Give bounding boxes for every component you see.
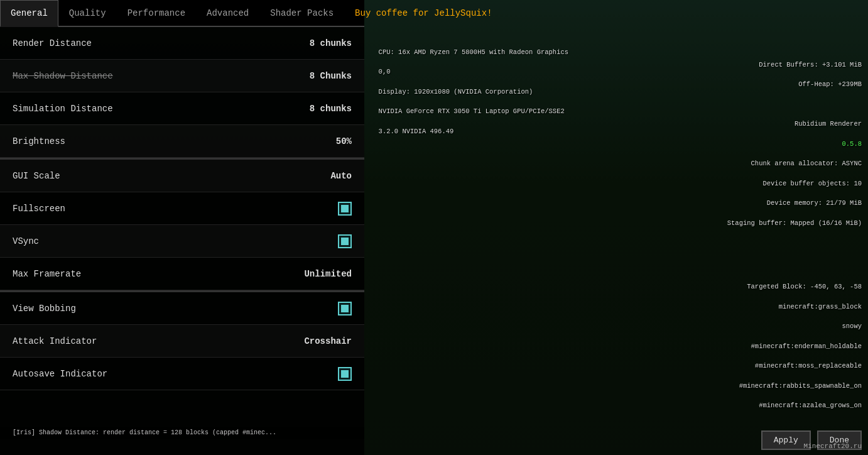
setting-label-max-shadow-distance: Max Shadow Distance xyxy=(13,71,113,81)
setting-label-render-distance: Render Distance xyxy=(13,38,92,48)
setting-label-brightness: Brightness xyxy=(13,136,65,146)
settings-panel: General Quality Performance Advanced Sha… xyxy=(0,0,364,455)
setting-label-view-bobbing: View Bobbing xyxy=(13,304,76,314)
debug-info-right: Direct Buffers: +3.101 MiB Off-Heap: +23… xyxy=(719,50,862,229)
checkbox-view-bobbing[interactable] xyxy=(338,302,352,315)
setting-value-max-shadow-distance: 8 Chunks xyxy=(310,71,352,81)
debug-info-left: CPU: 16x AMD Ryzen 7 5800H5 with Radeon … xyxy=(371,38,568,137)
checkbox-vsync[interactable] xyxy=(338,234,352,248)
tabs-bar: General Quality Performance Advanced Sha… xyxy=(0,0,364,27)
setting-row-max-shadow-distance[interactable]: Max Shadow Distance 8 Chunks xyxy=(0,60,364,92)
tab-coffee[interactable]: Buy coffee for JellySquix! xyxy=(344,0,502,26)
setting-row-view-bobbing[interactable]: View Bobbing xyxy=(0,292,364,325)
debug-info-bottom-right: Targeted Block: -450, 63, -58 minecraft:… xyxy=(731,273,862,412)
setting-label-autosave-indicator: Autosave Indicator xyxy=(13,369,107,379)
checkbox-autosave-indicator[interactable] xyxy=(338,367,352,381)
tab-general[interactable]: General xyxy=(0,0,58,27)
setting-row-simulation-distance[interactable]: Simulation Distance 8 chunks xyxy=(0,92,364,125)
setting-label-fullscreen: Fullscreen xyxy=(13,204,65,214)
setting-label-max-framerate: Max Framerate xyxy=(13,269,81,279)
setting-label-gui-scale: GUI Scale xyxy=(13,171,60,181)
setting-value-render-distance: 8 chunks xyxy=(310,38,352,48)
setting-row-brightness[interactable]: Brightness 50% xyxy=(0,125,364,158)
setting-label-vsync: VSync xyxy=(13,236,39,246)
settings-list: Render Distance 8 chunks Max Shadow Dist… xyxy=(0,27,364,455)
setting-value-brightness: 50% xyxy=(336,136,352,146)
checkbox-fullscreen[interactable] xyxy=(338,202,352,216)
setting-value-simulation-distance: 8 chunks xyxy=(310,104,352,114)
setting-label-simulation-distance: Simulation Distance xyxy=(13,104,113,114)
setting-row-vsync[interactable]: VSync xyxy=(0,225,364,258)
bottom-bar: Apply Done xyxy=(0,425,868,455)
setting-row-attack-indicator[interactable]: Attack Indicator Crosshair xyxy=(0,325,364,358)
watermark: Minecraft20.ru xyxy=(804,442,862,450)
setting-label-attack-indicator: Attack Indicator xyxy=(13,336,97,346)
tab-advanced[interactable]: Advanced xyxy=(196,0,259,26)
setting-row-render-distance[interactable]: Render Distance 8 chunks xyxy=(0,27,364,60)
setting-row-gui-scale[interactable]: GUI Scale Auto xyxy=(0,160,364,192)
tab-quality[interactable]: Quality xyxy=(58,0,117,26)
setting-row-fullscreen[interactable]: Fullscreen xyxy=(0,192,364,225)
tab-shader-packs[interactable]: Shader Packs xyxy=(259,0,344,26)
tab-performance[interactable]: Performance xyxy=(117,0,196,26)
setting-value-gui-scale: Auto xyxy=(330,171,352,181)
setting-row-max-framerate[interactable]: Max Framerate Unlimited xyxy=(0,258,364,290)
setting-value-max-framerate: Unlimited xyxy=(304,269,352,279)
setting-value-attack-indicator: Crosshair xyxy=(304,336,352,346)
setting-row-autosave-indicator[interactable]: Autosave Indicator xyxy=(0,358,364,390)
